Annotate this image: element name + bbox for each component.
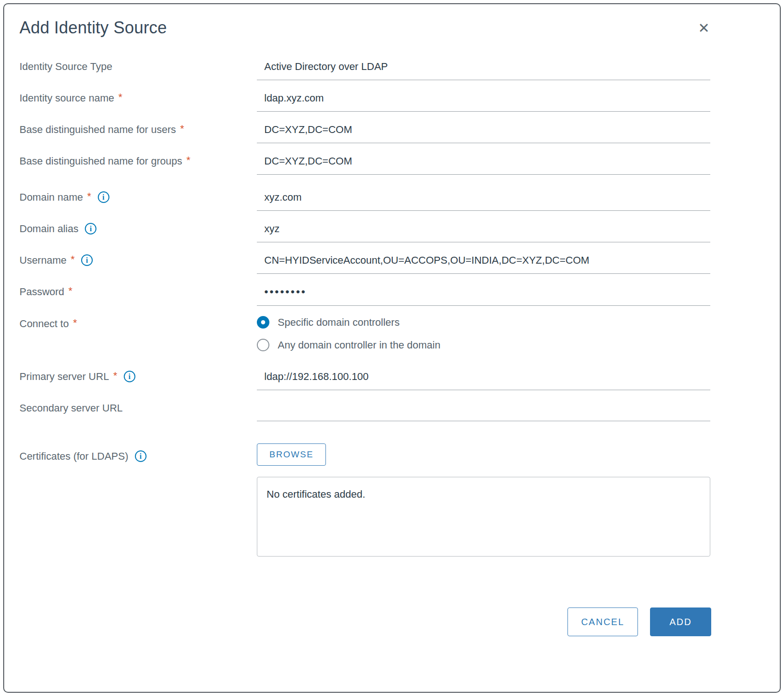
connect-to-radio-group: Specific domain controllers Any domain c… [257, 314, 710, 351]
identity-source-form: Identity Source Type Active Directory ov… [4, 38, 780, 557]
password-label: Password * [19, 282, 257, 298]
required-asterisk: * [118, 91, 122, 103]
secondary-server-url-label: Secondary server URL [19, 399, 257, 414]
domain-alias-label: Domain alias i [19, 219, 257, 235]
base-dn-groups-input[interactable]: DC=XYZ,DC=COM [257, 152, 710, 175]
dialog-title: Add Identity Source [19, 18, 710, 38]
primary-server-url-input[interactable]: ldap://192.168.100.100 [257, 367, 710, 390]
required-asterisk: * [87, 190, 91, 202]
radio-selected-icon [257, 316, 269, 329]
password-masked-value: •••••••• [264, 285, 306, 298]
base-dn-users-input[interactable]: DC=XYZ,DC=COM [257, 120, 710, 143]
domain-name-input[interactable]: xyz.com [257, 188, 710, 211]
radio-unselected-icon [257, 339, 269, 351]
field-row-base-dn-users: Base distinguished name for users * DC=X… [19, 120, 710, 143]
cancel-button[interactable]: CANCEL [567, 607, 638, 636]
domain-alias-input[interactable]: xyz [257, 219, 710, 242]
field-row-username: Username * i CN=HYIDServiceAccount,OU=AC… [19, 251, 710, 274]
info-icon[interactable]: i [81, 254, 93, 266]
username-input[interactable]: CN=HYIDServiceAccount,OU=ACCOPS,OU=INDIA… [257, 251, 710, 274]
dialog-header: Add Identity Source ✕ [4, 4, 780, 38]
radio-specific-domain-controllers[interactable]: Specific domain controllers [257, 316, 710, 329]
required-asterisk: * [73, 316, 77, 329]
field-row-certificates: Certificates (for LDAPS) i BROWSE [19, 443, 710, 466]
field-row-connect-to: Connect to * Specific domain controllers… [19, 314, 710, 351]
radio-any-domain-controller[interactable]: Any domain controller in the domain [257, 339, 710, 351]
certificates-list-row: No certificates added. [19, 477, 710, 557]
identity-source-type-label: Identity Source Type [19, 57, 257, 73]
info-icon[interactable]: i [124, 371, 135, 382]
field-row-secondary-server-url: Secondary server URL [19, 399, 710, 421]
secondary-server-url-input[interactable] [257, 399, 710, 421]
info-icon[interactable]: i [135, 450, 147, 462]
identity-source-type-input[interactable]: Active Directory over LDAP [257, 57, 710, 80]
required-asterisk: * [186, 154, 191, 166]
field-row-domain-name: Domain name * i xyz.com [19, 188, 710, 211]
username-label: Username * i [19, 251, 257, 266]
required-asterisk: * [113, 369, 117, 382]
password-input[interactable]: •••••••• [257, 282, 710, 306]
add-button[interactable]: ADD [650, 607, 711, 636]
identity-source-name-input[interactable]: ldap.xyz.com [257, 89, 710, 112]
field-row-primary-server-url: Primary server URL * i ldap://192.168.10… [19, 367, 710, 390]
browse-button[interactable]: BROWSE [257, 443, 326, 466]
required-asterisk: * [180, 122, 185, 135]
dialog-footer: CANCEL ADD [567, 607, 711, 636]
certificates-label: Certificates (for LDAPS) i [19, 447, 257, 462]
base-dn-groups-label: Base distinguished name for groups * [19, 152, 257, 167]
field-row-password: Password * •••••••• [19, 282, 710, 306]
field-row-domain-alias: Domain alias i xyz [19, 219, 710, 242]
base-dn-users-label: Base distinguished name for users * [19, 120, 257, 136]
info-icon[interactable]: i [98, 191, 109, 203]
domain-name-label: Domain name * i [19, 188, 257, 203]
close-icon[interactable]: ✕ [695, 20, 712, 37]
required-asterisk: * [69, 285, 73, 297]
field-row-identity-source-type: Identity Source Type Active Directory ov… [19, 57, 710, 80]
connect-to-label: Connect to * [19, 314, 257, 330]
certificates-list-box: No certificates added. [257, 477, 710, 557]
identity-source-name-label: Identity source name * [19, 89, 257, 104]
info-icon[interactable]: i [85, 223, 96, 234]
field-row-base-dn-groups: Base distinguished name for groups * DC=… [19, 152, 710, 175]
add-identity-source-dialog: Add Identity Source ✕ Identity Source Ty… [3, 3, 781, 693]
field-row-identity-source-name: Identity source name * ldap.xyz.com [19, 89, 710, 112]
required-asterisk: * [70, 253, 75, 266]
primary-server-url-label: Primary server URL * i [19, 367, 257, 383]
